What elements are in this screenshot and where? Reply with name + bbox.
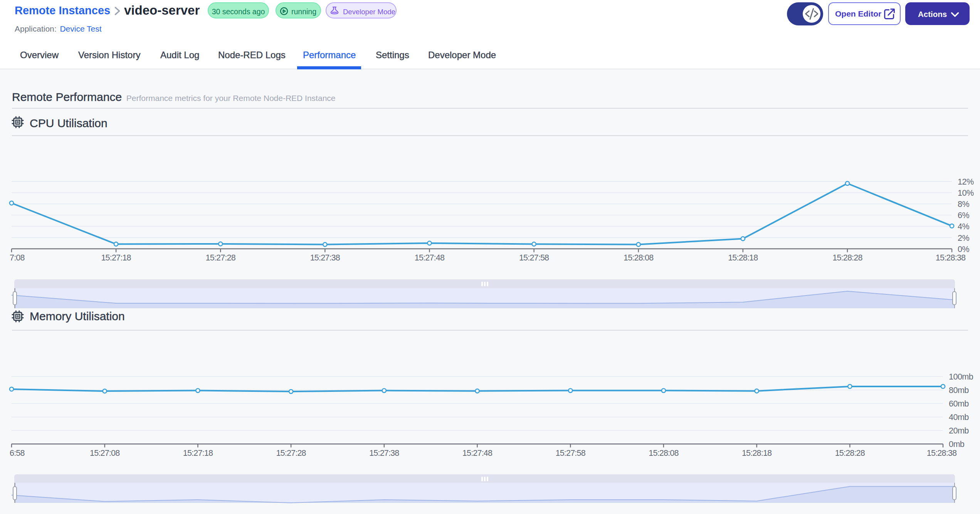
svg-text:7:08: 7:08 bbox=[10, 253, 25, 262]
svg-text:6%: 6% bbox=[958, 211, 969, 220]
svg-text:15:28:38: 15:28:38 bbox=[927, 448, 957, 458]
svg-text:15:28:18: 15:28:18 bbox=[728, 253, 758, 262]
svg-text:15:27:18: 15:27:18 bbox=[183, 448, 213, 458]
svg-text:100mb: 100mb bbox=[949, 372, 973, 381]
svg-text:12%: 12% bbox=[958, 177, 974, 186]
svg-text:80mb: 80mb bbox=[949, 386, 969, 395]
svg-text:15:28:38: 15:28:38 bbox=[936, 253, 966, 262]
svg-text:0%: 0% bbox=[958, 245, 969, 254]
svg-text:15:28:08: 15:28:08 bbox=[649, 448, 679, 458]
svg-text:15:28:18: 15:28:18 bbox=[742, 448, 772, 458]
svg-text:15:28:28: 15:28:28 bbox=[832, 253, 862, 262]
svg-text:10%: 10% bbox=[958, 188, 974, 198]
svg-text:0mb: 0mb bbox=[949, 440, 965, 449]
svg-text:15:27:58: 15:27:58 bbox=[519, 253, 549, 262]
svg-text:2%: 2% bbox=[958, 233, 969, 243]
svg-text:6:58: 6:58 bbox=[10, 448, 25, 458]
svg-text:15:27:48: 15:27:48 bbox=[415, 253, 445, 262]
svg-text:15:27:58: 15:27:58 bbox=[556, 448, 586, 458]
svg-text:15:27:48: 15:27:48 bbox=[462, 448, 493, 458]
svg-text:15:28:08: 15:28:08 bbox=[624, 253, 654, 262]
svg-text:15:27:38: 15:27:38 bbox=[310, 253, 340, 262]
svg-text:8%: 8% bbox=[958, 200, 969, 209]
svg-text:15:27:28: 15:27:28 bbox=[206, 253, 236, 262]
svg-text:15:27:08: 15:27:08 bbox=[90, 448, 120, 458]
svg-text:15:27:28: 15:27:28 bbox=[276, 448, 306, 458]
svg-text:60mb: 60mb bbox=[949, 399, 969, 408]
svg-text:15:28:28: 15:28:28 bbox=[835, 448, 865, 458]
svg-text:15:27:38: 15:27:38 bbox=[369, 448, 399, 458]
svg-text:15:27:18: 15:27:18 bbox=[101, 253, 131, 262]
svg-text:40mb: 40mb bbox=[949, 413, 969, 422]
svg-text:4%: 4% bbox=[958, 222, 969, 231]
svg-text:20mb: 20mb bbox=[949, 426, 969, 435]
